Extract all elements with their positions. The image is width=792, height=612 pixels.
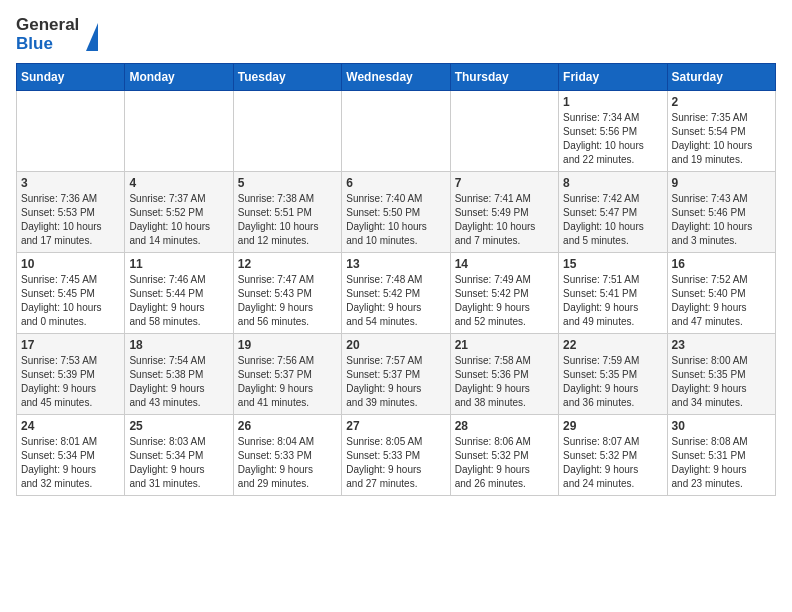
weekday-header: Saturday — [667, 64, 775, 91]
day-info: Sunrise: 7:38 AM Sunset: 5:51 PM Dayligh… — [238, 192, 337, 248]
day-info: Sunrise: 8:08 AM Sunset: 5:31 PM Dayligh… — [672, 435, 771, 491]
weekday-header: Monday — [125, 64, 233, 91]
calendar-header: SundayMondayTuesdayWednesdayThursdayFrid… — [17, 64, 776, 91]
calendar-cell: 3Sunrise: 7:36 AM Sunset: 5:53 PM Daylig… — [17, 172, 125, 253]
calendar-cell: 11Sunrise: 7:46 AM Sunset: 5:44 PM Dayli… — [125, 253, 233, 334]
calendar-cell: 5Sunrise: 7:38 AM Sunset: 5:51 PM Daylig… — [233, 172, 341, 253]
calendar-cell: 12Sunrise: 7:47 AM Sunset: 5:43 PM Dayli… — [233, 253, 341, 334]
day-number: 16 — [672, 257, 771, 271]
logo-icon — [86, 23, 98, 51]
day-number: 18 — [129, 338, 228, 352]
calendar-cell: 9Sunrise: 7:43 AM Sunset: 5:46 PM Daylig… — [667, 172, 775, 253]
day-info: Sunrise: 8:05 AM Sunset: 5:33 PM Dayligh… — [346, 435, 445, 491]
calendar-cell: 8Sunrise: 7:42 AM Sunset: 5:47 PM Daylig… — [559, 172, 667, 253]
day-number: 6 — [346, 176, 445, 190]
day-info: Sunrise: 7:40 AM Sunset: 5:50 PM Dayligh… — [346, 192, 445, 248]
day-number: 4 — [129, 176, 228, 190]
day-info: Sunrise: 7:37 AM Sunset: 5:52 PM Dayligh… — [129, 192, 228, 248]
calendar-cell: 29Sunrise: 8:07 AM Sunset: 5:32 PM Dayli… — [559, 415, 667, 496]
day-info: Sunrise: 7:56 AM Sunset: 5:37 PM Dayligh… — [238, 354, 337, 410]
day-number: 13 — [346, 257, 445, 271]
calendar-cell: 24Sunrise: 8:01 AM Sunset: 5:34 PM Dayli… — [17, 415, 125, 496]
logo: General Blue — [16, 16, 98, 53]
day-number: 1 — [563, 95, 662, 109]
day-info: Sunrise: 8:04 AM Sunset: 5:33 PM Dayligh… — [238, 435, 337, 491]
weekday-header: Thursday — [450, 64, 558, 91]
day-number: 10 — [21, 257, 120, 271]
day-info: Sunrise: 7:52 AM Sunset: 5:40 PM Dayligh… — [672, 273, 771, 329]
calendar-cell: 2Sunrise: 7:35 AM Sunset: 5:54 PM Daylig… — [667, 91, 775, 172]
calendar-cell: 16Sunrise: 7:52 AM Sunset: 5:40 PM Dayli… — [667, 253, 775, 334]
day-number: 27 — [346, 419, 445, 433]
calendar-cell: 22Sunrise: 7:59 AM Sunset: 5:35 PM Dayli… — [559, 334, 667, 415]
day-number: 22 — [563, 338, 662, 352]
calendar-cell: 19Sunrise: 7:56 AM Sunset: 5:37 PM Dayli… — [233, 334, 341, 415]
day-info: Sunrise: 7:41 AM Sunset: 5:49 PM Dayligh… — [455, 192, 554, 248]
calendar-cell — [17, 91, 125, 172]
day-info: Sunrise: 7:59 AM Sunset: 5:35 PM Dayligh… — [563, 354, 662, 410]
day-info: Sunrise: 7:42 AM Sunset: 5:47 PM Dayligh… — [563, 192, 662, 248]
weekday-header: Sunday — [17, 64, 125, 91]
day-info: Sunrise: 7:58 AM Sunset: 5:36 PM Dayligh… — [455, 354, 554, 410]
calendar-cell: 14Sunrise: 7:49 AM Sunset: 5:42 PM Dayli… — [450, 253, 558, 334]
calendar-cell: 7Sunrise: 7:41 AM Sunset: 5:49 PM Daylig… — [450, 172, 558, 253]
calendar-cell: 28Sunrise: 8:06 AM Sunset: 5:32 PM Dayli… — [450, 415, 558, 496]
day-info: Sunrise: 7:48 AM Sunset: 5:42 PM Dayligh… — [346, 273, 445, 329]
calendar-cell — [342, 91, 450, 172]
weekday-header: Friday — [559, 64, 667, 91]
calendar-cell: 25Sunrise: 8:03 AM Sunset: 5:34 PM Dayli… — [125, 415, 233, 496]
calendar-cell: 27Sunrise: 8:05 AM Sunset: 5:33 PM Dayli… — [342, 415, 450, 496]
logo-blue: Blue — [16, 35, 79, 54]
day-info: Sunrise: 8:03 AM Sunset: 5:34 PM Dayligh… — [129, 435, 228, 491]
calendar-cell — [233, 91, 341, 172]
day-number: 9 — [672, 176, 771, 190]
day-number: 3 — [21, 176, 120, 190]
calendar-cell: 4Sunrise: 7:37 AM Sunset: 5:52 PM Daylig… — [125, 172, 233, 253]
day-info: Sunrise: 7:45 AM Sunset: 5:45 PM Dayligh… — [21, 273, 120, 329]
day-number: 8 — [563, 176, 662, 190]
day-number: 26 — [238, 419, 337, 433]
day-number: 20 — [346, 338, 445, 352]
day-number: 24 — [21, 419, 120, 433]
calendar-cell: 1Sunrise: 7:34 AM Sunset: 5:56 PM Daylig… — [559, 91, 667, 172]
day-info: Sunrise: 8:01 AM Sunset: 5:34 PM Dayligh… — [21, 435, 120, 491]
calendar-cell: 6Sunrise: 7:40 AM Sunset: 5:50 PM Daylig… — [342, 172, 450, 253]
calendar-cell: 13Sunrise: 7:48 AM Sunset: 5:42 PM Dayli… — [342, 253, 450, 334]
day-info: Sunrise: 7:34 AM Sunset: 5:56 PM Dayligh… — [563, 111, 662, 167]
day-info: Sunrise: 7:51 AM Sunset: 5:41 PM Dayligh… — [563, 273, 662, 329]
day-number: 28 — [455, 419, 554, 433]
day-number: 15 — [563, 257, 662, 271]
day-number: 7 — [455, 176, 554, 190]
calendar-cell: 30Sunrise: 8:08 AM Sunset: 5:31 PM Dayli… — [667, 415, 775, 496]
weekday-header: Wednesday — [342, 64, 450, 91]
calendar-cell: 10Sunrise: 7:45 AM Sunset: 5:45 PM Dayli… — [17, 253, 125, 334]
day-info: Sunrise: 7:49 AM Sunset: 5:42 PM Dayligh… — [455, 273, 554, 329]
day-info: Sunrise: 7:57 AM Sunset: 5:37 PM Dayligh… — [346, 354, 445, 410]
day-number: 5 — [238, 176, 337, 190]
day-number: 12 — [238, 257, 337, 271]
calendar-cell: 15Sunrise: 7:51 AM Sunset: 5:41 PM Dayli… — [559, 253, 667, 334]
day-info: Sunrise: 8:06 AM Sunset: 5:32 PM Dayligh… — [455, 435, 554, 491]
day-number: 29 — [563, 419, 662, 433]
day-info: Sunrise: 7:36 AM Sunset: 5:53 PM Dayligh… — [21, 192, 120, 248]
calendar-table: SundayMondayTuesdayWednesdayThursdayFrid… — [16, 63, 776, 496]
page-header: General Blue — [16, 16, 776, 53]
calendar-cell: 20Sunrise: 7:57 AM Sunset: 5:37 PM Dayli… — [342, 334, 450, 415]
day-number: 2 — [672, 95, 771, 109]
day-info: Sunrise: 8:00 AM Sunset: 5:35 PM Dayligh… — [672, 354, 771, 410]
logo-general: General — [16, 16, 79, 35]
day-number: 21 — [455, 338, 554, 352]
day-number: 11 — [129, 257, 228, 271]
day-info: Sunrise: 7:53 AM Sunset: 5:39 PM Dayligh… — [21, 354, 120, 410]
day-number: 17 — [21, 338, 120, 352]
day-number: 14 — [455, 257, 554, 271]
day-info: Sunrise: 7:46 AM Sunset: 5:44 PM Dayligh… — [129, 273, 228, 329]
day-info: Sunrise: 8:07 AM Sunset: 5:32 PM Dayligh… — [563, 435, 662, 491]
day-info: Sunrise: 7:43 AM Sunset: 5:46 PM Dayligh… — [672, 192, 771, 248]
calendar-cell: 18Sunrise: 7:54 AM Sunset: 5:38 PM Dayli… — [125, 334, 233, 415]
day-number: 19 — [238, 338, 337, 352]
calendar-cell — [450, 91, 558, 172]
day-number: 25 — [129, 419, 228, 433]
calendar-cell: 21Sunrise: 7:58 AM Sunset: 5:36 PM Dayli… — [450, 334, 558, 415]
day-number: 30 — [672, 419, 771, 433]
